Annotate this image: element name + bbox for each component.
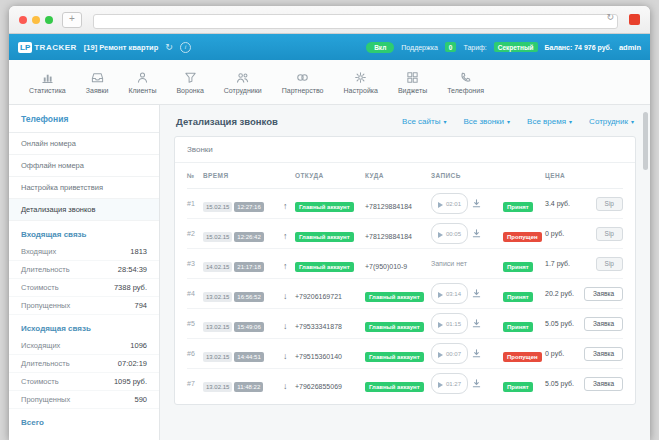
nav-item-team[interactable]: Сотрудники [214, 60, 272, 104]
time-badge: 12:26:42 [234, 232, 263, 242]
tariff-badge[interactable]: Секретный [494, 42, 538, 52]
content-area: Телефония Онлайн номераОффлайн номераНас… [9, 105, 650, 440]
info-icon[interactable]: i [180, 42, 191, 53]
stat-row: Стоимость7388 руб. [9, 279, 159, 297]
user-menu[interactable]: admin [619, 43, 641, 52]
scrollbar-thumb[interactable] [643, 112, 648, 170]
action-cell: Заявка [581, 287, 623, 301]
project-name[interactable]: [19] Ремонт квартир [84, 43, 158, 52]
nav-item-client[interactable]: Клиенты [118, 60, 166, 104]
phone-number: +78129884184 [365, 233, 412, 240]
download-record-icon[interactable] [472, 349, 481, 358]
lead-button[interactable]: Заявка [584, 317, 623, 331]
download-record-icon[interactable] [472, 289, 481, 298]
sidebar-item[interactable]: Настройка приветствия [9, 177, 159, 199]
record-duration: 00:07 [446, 351, 461, 357]
no-record-text: Записи нет [431, 260, 467, 267]
column-header: ЗАПИСЬ [431, 172, 503, 179]
download-record-icon[interactable] [472, 229, 481, 238]
date-badge: 14.02.15 [203, 262, 232, 272]
status-badge: Принят [503, 322, 533, 332]
sip-button[interactable]: Sip [596, 257, 623, 271]
lead-button[interactable]: Заявка [584, 287, 623, 301]
power-toggle[interactable]: Вкл [366, 42, 394, 53]
download-record-icon[interactable] [472, 379, 481, 388]
nav-item-funnel[interactable]: Воронка [166, 60, 213, 104]
outgoing-call-icon: ↑ [283, 261, 288, 271]
stat-value: 7388 руб. [114, 283, 147, 292]
time-badge: 16:56:52 [234, 292, 263, 302]
sidebar-item[interactable]: Оффлайн номера [9, 155, 159, 177]
play-icon [438, 286, 443, 301]
action-cell: Заявка [581, 347, 623, 361]
action-cell: Заявка [581, 377, 623, 391]
row-number: #3 [187, 260, 203, 267]
scrollbar[interactable] [643, 107, 649, 438]
call-to-cell: +78129884184 [365, 195, 431, 213]
phone-number: +7(950)010-9 [365, 263, 407, 270]
nav-item-inbox[interactable]: Заявки [76, 60, 119, 104]
phone-number: +79515360140 [295, 353, 342, 360]
download-record-icon[interactable] [472, 319, 481, 328]
sidebar-section-title: Всего [9, 409, 159, 431]
call-to-cell: Главный аккаунт [365, 375, 431, 393]
play-record-button[interactable]: 00:07 [431, 343, 468, 364]
incoming-call-icon: ↓ [283, 381, 288, 391]
play-record-button[interactable]: 01:15 [431, 313, 468, 334]
sip-button[interactable]: Sip [596, 227, 623, 241]
phone-number: +78129884184 [365, 203, 412, 210]
widgets-icon [406, 71, 419, 84]
call-from-cell: +79626855069 [295, 375, 365, 393]
nav-item-partners[interactable]: Партнерство [272, 60, 334, 104]
support-count-badge: 0 [445, 42, 457, 52]
sip-button[interactable]: Sip [596, 197, 623, 211]
filter-dropdown[interactable]: Сотрудник▾ [589, 117, 634, 126]
play-record-button[interactable]: 03:14 [431, 283, 468, 304]
nav-item-chart[interactable]: Статистика [19, 60, 76, 104]
nav-item-widgets[interactable]: Виджеты [388, 60, 437, 104]
filter-bar: Все сайты▾Все звонки▾Все время▾Сотрудник… [402, 117, 634, 126]
balance-text: Баланс: 74 976 руб. [545, 44, 612, 51]
maximize-window-button[interactable] [45, 16, 53, 24]
filter-dropdown[interactable]: Все звонки▾ [463, 117, 510, 126]
nav-item-phone[interactable]: Телефония [437, 60, 494, 104]
filter-dropdown[interactable]: Все время▾ [527, 117, 572, 126]
nav-item-label: Статистика [29, 87, 66, 94]
lead-button[interactable]: Заявка [584, 377, 623, 391]
sidebar-item[interactable]: Онлайн номера [9, 133, 159, 155]
red-square-extension-icon[interactable] [629, 14, 640, 25]
main-header-row: Детализация звонков Все сайты▾Все звонки… [174, 114, 636, 136]
call-to-cell: Главный аккаунт [365, 315, 431, 333]
play-record-button[interactable]: 00:05 [431, 223, 468, 244]
minimize-window-button[interactable] [32, 16, 40, 24]
download-record-icon[interactable] [472, 199, 481, 208]
refresh-project-icon[interactable]: ↻ [165, 43, 173, 52]
stat-row: Входящих1813 [9, 243, 159, 261]
reload-icon[interactable]: ↻ [606, 12, 614, 22]
address-bar[interactable] [93, 14, 618, 29]
sidebar-section-title: Исходящая связь [9, 315, 159, 337]
table-header-row: №ВРЕМЯОТКУДАКУДАЗАПИСЬЦЕНА [187, 163, 623, 189]
call-time-cell: 13.02.1514:44:51 [203, 345, 283, 363]
lptracker-logo[interactable]: LP TRACKER [18, 42, 77, 53]
support-label[interactable]: Поддержка [401, 44, 438, 51]
stat-label: Пропущенных [21, 301, 70, 310]
lead-button[interactable]: Заявка [584, 347, 623, 361]
status-badge: Принят [503, 262, 533, 272]
logo-tracker-text: TRACKER [34, 43, 77, 52]
filter-dropdown[interactable]: Все сайты▾ [402, 117, 446, 126]
sidebar-item[interactable]: Детализация звонков [9, 199, 159, 221]
row-number: #4 [187, 290, 203, 297]
time-badge: 11:48:22 [234, 382, 263, 392]
date-badge: 15.02.15 [203, 202, 232, 212]
play-record-button[interactable]: 02:01 [431, 193, 468, 214]
call-price: 20.2 руб. [545, 290, 581, 297]
account-badge: Главный аккаунт [365, 322, 424, 332]
close-window-button[interactable] [19, 16, 27, 24]
new-tab-button[interactable]: + [62, 12, 82, 28]
record-cell: Записи нет [431, 260, 503, 267]
nav-item-gear[interactable]: Настройка [333, 60, 387, 104]
play-record-button[interactable]: 01:27 [431, 373, 468, 394]
date-badge: 13.02.15 [203, 382, 232, 392]
time-badge: 15:49:06 [234, 322, 263, 332]
